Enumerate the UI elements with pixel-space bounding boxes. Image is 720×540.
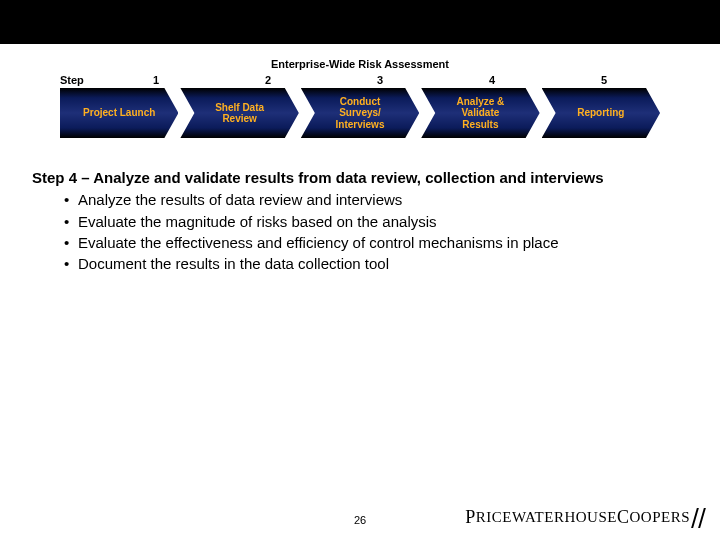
brand-divider-icon xyxy=(691,508,699,528)
chevron-label: Shelf Data Review xyxy=(201,102,278,125)
title-bar xyxy=(0,0,720,44)
step-number-4: 4 xyxy=(436,74,548,86)
chevron-step-1: Project Launch xyxy=(60,88,178,138)
bullet-list: Analyze the results of data review and i… xyxy=(32,190,688,274)
chevron-step-5: Reporting xyxy=(542,88,660,138)
step-number-3: 3 xyxy=(324,74,436,86)
step-number-2: 2 xyxy=(212,74,324,86)
diagram-title: Enterprise-Wide Risk Assessment xyxy=(0,58,720,70)
section-heading: Step 4 – Analyze and validate results fr… xyxy=(32,168,688,188)
step-number-1: 1 xyxy=(100,74,212,86)
chevron-label: Analyze & Validate Results xyxy=(443,96,519,131)
chevron-step-4: Analyze & Validate Results xyxy=(421,88,539,138)
step-label: Step xyxy=(60,74,100,86)
process-chevron-row: Project Launch Shelf Data Review Conduct… xyxy=(0,88,720,138)
step-number-5: 5 xyxy=(548,74,660,86)
chevron-label: Reporting xyxy=(563,107,638,119)
brand-divider-icon xyxy=(698,508,706,528)
chevron-step-2: Shelf Data Review xyxy=(180,88,298,138)
chevron-step-3: Conduct Surveys/ Interviews xyxy=(301,88,419,138)
page-number: 26 xyxy=(354,514,366,526)
brand-logo: PRICEWATERHOUSECOOPERS xyxy=(465,507,704,528)
chevron-label: Project Launch xyxy=(69,107,169,119)
bullet-item: Evaluate the effectiveness and efficienc… xyxy=(78,233,688,253)
brand-text: OOPERS xyxy=(629,509,690,526)
body-content: Step 4 – Analyze and validate results fr… xyxy=(0,138,720,274)
chevron-label: Conduct Surveys/ Interviews xyxy=(322,96,399,131)
brand-text: RICEWATERHOUSE xyxy=(476,509,617,526)
bullet-item: Evaluate the magnitude of risks based on… xyxy=(78,212,688,232)
bullet-item: Document the results in the data collect… xyxy=(78,254,688,274)
step-header-row: Step 1 2 3 4 5 xyxy=(0,74,720,86)
brand-text: C xyxy=(617,507,630,528)
brand-text: P xyxy=(465,507,476,528)
bullet-item: Analyze the results of data review and i… xyxy=(78,190,688,210)
